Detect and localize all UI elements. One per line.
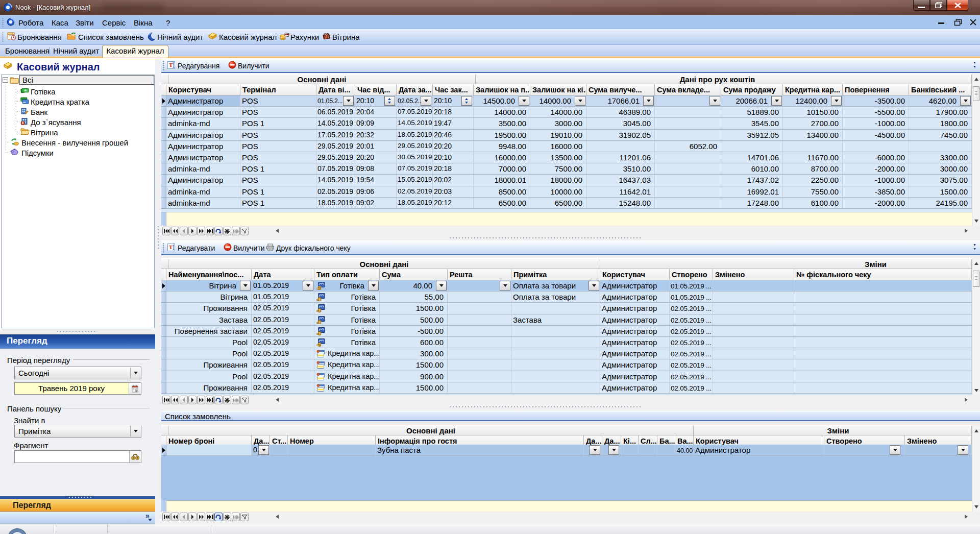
svg-text:T: T [169,62,173,68]
svg-text:T: T [169,244,173,250]
svg-text:$: $ [22,121,24,125]
